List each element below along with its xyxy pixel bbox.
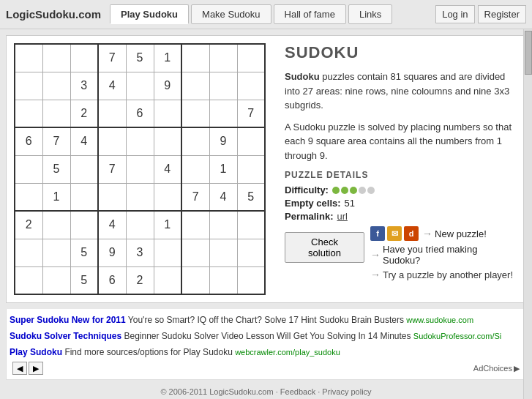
tab-make-sudoku[interactable]: Make Sudoku xyxy=(191,4,271,24)
table-row[interactable] xyxy=(70,211,98,239)
table-row[interactable]: 6 xyxy=(126,100,154,127)
table-row[interactable] xyxy=(126,211,154,239)
table-row[interactable] xyxy=(237,155,265,183)
table-row[interactable] xyxy=(237,72,265,100)
table-row[interactable]: 3 xyxy=(70,72,98,100)
table-row[interactable] xyxy=(237,127,265,155)
table-row[interactable]: 9 xyxy=(209,127,237,155)
table-row[interactable] xyxy=(15,155,42,183)
table-row[interactable]: 7 xyxy=(42,127,70,155)
table-row[interactable]: 1 xyxy=(209,155,237,183)
table-row[interactable] xyxy=(15,100,42,127)
table-row[interactable] xyxy=(237,44,265,72)
table-row[interactable]: 2 xyxy=(126,266,154,294)
table-row[interactable] xyxy=(42,100,70,127)
ad-link-2[interactable]: Sudoku Solver Techniques xyxy=(10,331,121,341)
table-row[interactable]: 7 xyxy=(98,44,126,72)
table-row[interactable] xyxy=(181,100,209,127)
table-row[interactable] xyxy=(209,266,237,294)
table-row[interactable] xyxy=(154,127,181,155)
try-player-link[interactable]: Try a puzzle by another player! xyxy=(383,269,513,280)
table-row[interactable]: 1 xyxy=(154,211,181,239)
table-row[interactable]: 4 xyxy=(209,183,237,211)
permalink-url[interactable]: url xyxy=(337,211,347,222)
table-row[interactable] xyxy=(209,72,237,100)
table-row[interactable] xyxy=(126,183,154,211)
table-row[interactable] xyxy=(15,44,42,72)
table-row[interactable] xyxy=(42,72,70,100)
table-row[interactable] xyxy=(98,100,126,127)
table-row[interactable] xyxy=(70,183,98,211)
ad-prev-button[interactable]: ◀ xyxy=(12,362,27,375)
table-row[interactable]: 3 xyxy=(126,239,154,266)
ad-link-1[interactable]: Super Sudoku New for 2011 xyxy=(10,315,126,325)
table-row[interactable] xyxy=(209,239,237,266)
scrollbar[interactable] xyxy=(523,29,532,399)
table-row[interactable] xyxy=(154,183,181,211)
table-row[interactable] xyxy=(42,239,70,266)
table-row[interactable]: 9 xyxy=(154,72,181,100)
table-row[interactable] xyxy=(181,155,209,183)
table-row[interactable] xyxy=(70,44,98,72)
table-row[interactable] xyxy=(42,44,70,72)
table-row[interactable]: 9 xyxy=(98,239,126,266)
table-row[interactable]: 7 xyxy=(181,183,209,211)
table-row[interactable] xyxy=(209,44,237,72)
table-row[interactable] xyxy=(15,239,42,266)
table-row[interactable] xyxy=(181,44,209,72)
table-row[interactable] xyxy=(181,239,209,266)
register-button[interactable]: Register xyxy=(478,5,526,23)
table-row[interactable]: 2 xyxy=(15,211,42,239)
table-row[interactable] xyxy=(154,239,181,266)
table-row[interactable]: 4 xyxy=(98,72,126,100)
facebook-icon[interactable]: f xyxy=(370,226,385,241)
table-row[interactable] xyxy=(154,100,181,127)
login-button[interactable]: Log in xyxy=(435,5,474,23)
table-row[interactable]: 5 xyxy=(42,155,70,183)
digg-icon[interactable]: d xyxy=(404,226,419,241)
table-row[interactable]: 6 xyxy=(98,266,126,294)
table-row[interactable] xyxy=(237,239,265,266)
table-row[interactable]: 5 xyxy=(70,266,98,294)
table-row[interactable]: 1 xyxy=(154,44,181,72)
table-row[interactable] xyxy=(181,266,209,294)
table-row[interactable] xyxy=(98,183,126,211)
privacy-link[interactable]: Privacy policy xyxy=(322,387,371,396)
table-row[interactable] xyxy=(209,211,237,239)
feedback-link[interactable]: Feedback xyxy=(280,387,315,396)
table-row[interactable] xyxy=(126,155,154,183)
table-row[interactable]: 2 xyxy=(70,100,98,127)
table-row[interactable]: 5 xyxy=(70,239,98,266)
table-row[interactable] xyxy=(154,266,181,294)
table-row[interactable] xyxy=(15,266,42,294)
check-solution-button[interactable]: Check solution xyxy=(285,232,364,263)
table-row[interactable] xyxy=(98,127,126,155)
table-row[interactable] xyxy=(42,266,70,294)
table-row[interactable] xyxy=(126,127,154,155)
table-row[interactable]: 7 xyxy=(237,100,265,127)
table-row[interactable]: 4 xyxy=(70,127,98,155)
ad-link-3[interactable]: Play Sudoku xyxy=(10,347,62,357)
table-row[interactable]: 7 xyxy=(98,155,126,183)
scrollbar-thumb[interactable] xyxy=(525,31,532,75)
table-row[interactable] xyxy=(15,183,42,211)
table-row[interactable] xyxy=(70,155,98,183)
table-row[interactable]: 5 xyxy=(237,183,265,211)
table-row[interactable]: 4 xyxy=(154,155,181,183)
tab-play-sudoku[interactable]: Play Sudoku xyxy=(110,4,189,24)
tab-hall-of-fame[interactable]: Hall of fame xyxy=(274,4,346,24)
table-row[interactable] xyxy=(126,72,154,100)
table-row[interactable] xyxy=(181,127,209,155)
table-row[interactable] xyxy=(209,100,237,127)
ad-next-button[interactable]: ▶ xyxy=(29,362,43,375)
table-row[interactable]: 6 xyxy=(15,127,42,155)
email-icon[interactable]: ✉ xyxy=(387,226,402,241)
table-row[interactable]: 4 xyxy=(98,211,126,239)
table-row[interactable] xyxy=(15,72,42,100)
table-row[interactable] xyxy=(181,211,209,239)
table-row[interactable]: 5 xyxy=(126,44,154,72)
table-row[interactable]: 1 xyxy=(42,183,70,211)
table-row[interactable] xyxy=(42,211,70,239)
tab-links[interactable]: Links xyxy=(348,4,392,24)
table-row[interactable] xyxy=(237,211,265,239)
